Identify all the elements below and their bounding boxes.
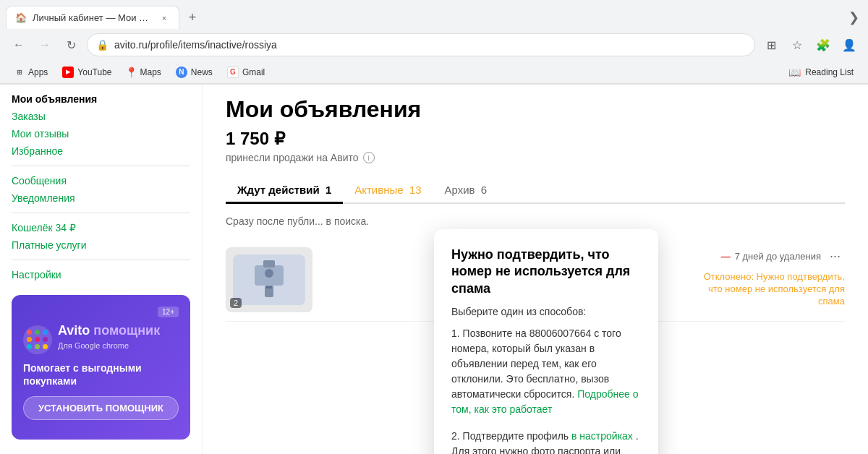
- sidebar-divider-3: [12, 260, 190, 260]
- tab-title: Личный кабинет — Мои объяв...: [33, 12, 153, 23]
- profile-button[interactable]: 👤: [839, 35, 859, 55]
- maps-label: Maps: [140, 67, 161, 77]
- tab-active[interactable]: Активные 13: [343, 178, 433, 204]
- earnings-description: принесли продажи на Авито i: [226, 152, 845, 163]
- reading-list-icon: 📖: [788, 67, 801, 78]
- sidebar-header: Мои объявления: [12, 85, 190, 108]
- main-content: Мои объявления 1 750 ₽ принесли продажи …: [203, 85, 868, 454]
- youtube-bookmark[interactable]: ▶ YouTube: [56, 65, 117, 80]
- sidebar-link-paid-services[interactable]: Платные услуги: [12, 236, 190, 254]
- translate-button[interactable]: ⊞: [761, 35, 781, 55]
- tab-waiting[interactable]: Ждут действий 1: [226, 178, 343, 204]
- popup-step1: 1. Позвоните на 88006007664 с того номер…: [451, 326, 641, 417]
- minimize-icon: ❯: [846, 7, 862, 28]
- tab-bar: 🏠 Личный кабинет — Мои объяв... × + ❯: [0, 0, 868, 29]
- url-text: avito.ru/profile/items/inactive/rossiya: [114, 39, 746, 51]
- sidebar-section-settings: Настройки: [12, 266, 190, 283]
- refresh-button[interactable]: ↻: [61, 35, 81, 55]
- sidebar-link-wallet[interactable]: Кошелёк 34 ₽: [12, 219, 190, 236]
- listing-image: 2: [226, 247, 312, 312]
- dots-grid: [27, 330, 48, 349]
- banner-title: Avito помощник: [58, 323, 160, 338]
- popup-step2: 2. Подтвердите профиль в настройках . Дл…: [451, 429, 641, 454]
- page-title: Мои объявления: [226, 96, 845, 123]
- forward-button[interactable]: →: [35, 35, 55, 55]
- sidebar-link-settings[interactable]: Настройки: [12, 266, 190, 283]
- popup-subtitle: Выберите один из способов:: [451, 306, 641, 317]
- back-button[interactable]: ←: [9, 35, 29, 55]
- banner-logo: Avito помощник Для Google chrome: [23, 323, 179, 356]
- more-options-button[interactable]: ···: [825, 247, 845, 265]
- banner-description: Помогает с выгодными покупками: [23, 361, 179, 387]
- svg-point-4: [265, 269, 273, 278]
- sidebar: Мои объявления Заказы Мои отзывы Избранн…: [0, 85, 203, 454]
- extensions-button[interactable]: 🧩: [813, 35, 833, 55]
- banner-subtitle: Для Google chrome: [58, 341, 160, 350]
- news-bookmark[interactable]: N News: [170, 65, 218, 80]
- apps-bookmark[interactable]: ⊞ Apps: [9, 66, 54, 79]
- nav-right: ⊞ ☆ 🧩 👤: [761, 35, 859, 55]
- listing-image-svg: [233, 254, 305, 305]
- sidebar-link-messages[interactable]: Сообщения: [12, 172, 190, 189]
- popup-step2-link[interactable]: в настройках: [571, 430, 633, 442]
- sidebar-link-favorites[interactable]: Избранное: [12, 142, 190, 160]
- days-text: 7 дней до удаления: [735, 251, 821, 262]
- tabs-row: Ждут действий 1 Активные 13 Архив 6: [226, 178, 845, 204]
- popup-title: Нужно подтвердить, что номер не использу…: [451, 247, 641, 297]
- gmail-label: Gmail: [242, 67, 265, 77]
- sidebar-section-main: Мои объявления Заказы Мои отзывы Избранн…: [12, 85, 190, 160]
- apps-label: Apps: [28, 67, 48, 77]
- new-tab-button[interactable]: +: [182, 7, 203, 27]
- banner-top: 12+: [23, 307, 179, 317]
- sidebar-link-notifications[interactable]: Уведомления: [12, 189, 190, 207]
- popup-overlay: Нужно подтвердить, что номер не использу…: [434, 229, 658, 454]
- popup-box: Нужно подтвердить, что номер не использу…: [434, 229, 658, 454]
- sidebar-divider-2: [12, 213, 190, 213]
- reading-list-button[interactable]: 📖 Reading List: [783, 65, 859, 80]
- tab-bar-right: ❯: [846, 7, 862, 28]
- page-content: Мои объявления Заказы Мои отзывы Избранн…: [0, 85, 868, 454]
- bookmark-star-button[interactable]: ☆: [787, 35, 807, 55]
- active-tab[interactable]: 🏠 Личный кабинет — Мои объяв... ×: [6, 6, 179, 29]
- maps-icon: 📍: [127, 67, 137, 77]
- banner-badge: 12+: [158, 307, 179, 317]
- tab-favicon: 🏠: [15, 12, 27, 24]
- avito-banner: 12+: [12, 295, 190, 440]
- avito-icon: [23, 325, 52, 354]
- address-bar[interactable]: 🔒 avito.ru/profile/items/inactive/rossiy…: [87, 33, 755, 56]
- apps-icon: ⊞: [14, 67, 25, 77]
- info-text: Сразу после публи... в поиска.: [226, 215, 845, 227]
- sidebar-divider-1: [12, 166, 190, 166]
- gmail-bookmark[interactable]: G Gmail: [221, 65, 271, 80]
- banner-avito-text: Avito: [58, 323, 90, 338]
- banner-helper-text: помощник: [93, 323, 160, 338]
- sidebar-link-orders[interactable]: Заказы: [12, 108, 190, 125]
- tab-close-button[interactable]: ×: [158, 12, 170, 24]
- lock-icon: 🔒: [96, 39, 109, 51]
- info-icon[interactable]: i: [363, 152, 375, 163]
- listing-right: — 7 дней до удаления ··· Отклонено: Нужн…: [700, 247, 845, 308]
- red-dash-icon: —: [721, 251, 731, 262]
- news-icon: N: [176, 67, 187, 78]
- sidebar-link-reviews[interactable]: Мои отзывы: [12, 125, 190, 142]
- gmail-icon: G: [227, 67, 239, 78]
- rejection-text[interactable]: Отклонено: Нужно подтвердить, что номер …: [700, 271, 845, 308]
- bookmarks-bar: ⊞ Apps ▶ YouTube 📍 Maps N News G Gmail 📖…: [0, 61, 868, 84]
- sidebar-section-messages: Сообщения Уведомления: [12, 172, 190, 207]
- svg-rect-2: [263, 260, 275, 267]
- maps-bookmark[interactable]: 📍 Maps: [121, 66, 167, 79]
- sidebar-section-wallet: Кошелёк 34 ₽ Платные услуги: [12, 219, 190, 254]
- reading-list-label: Reading List: [805, 67, 854, 77]
- youtube-icon: ▶: [62, 67, 74, 78]
- youtube-label: YouTube: [77, 67, 111, 77]
- tab-archive[interactable]: Архив 6: [433, 178, 499, 204]
- browser-chrome: 🏠 Личный кабинет — Мои объяв... × + ❯ ← …: [0, 0, 868, 85]
- image-count-badge: 2: [230, 298, 242, 308]
- svg-rect-5: [266, 286, 272, 288]
- days-badge: — 7 дней до удаления ···: [721, 247, 845, 265]
- nav-bar: ← → ↻ 🔒 avito.ru/profile/items/inactive/…: [0, 29, 868, 61]
- install-button[interactable]: УСТАНОВИТЬ ПОМОЩНИК: [23, 396, 179, 420]
- earnings-amount: 1 750 ₽: [226, 129, 845, 149]
- news-label: News: [191, 67, 213, 77]
